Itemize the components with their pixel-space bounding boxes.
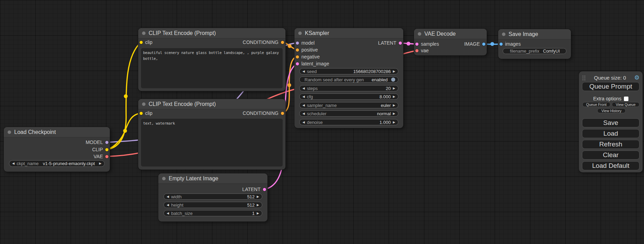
latent-output-dot[interactable]	[263, 188, 266, 191]
drag-handle-icon[interactable]	[582, 75, 586, 80]
clip-input-dot[interactable]	[140, 41, 143, 44]
increment-icon[interactable]	[393, 87, 395, 90]
increment-icon[interactable]	[99, 162, 102, 165]
load-button[interactable]: Load	[582, 129, 639, 138]
increment-icon[interactable]	[257, 195, 259, 198]
load-default-button[interactable]: Load Default	[582, 161, 639, 170]
collapse-dot-icon[interactable]	[298, 31, 302, 35]
slot-label: CLIP	[92, 147, 103, 152]
image-output-dot[interactable]	[482, 43, 485, 46]
input-slot-latent-image: latent_image	[296, 61, 329, 67]
scheduler-widget[interactable]: scheduler normal	[299, 110, 398, 117]
node-clip-positive-titlebar[interactable]: CLIP Text Encode (Prompt)	[138, 28, 285, 38]
vae-input-dot[interactable]	[415, 49, 418, 52]
queue-front-button[interactable]: Queue Front	[582, 102, 610, 107]
decrement-icon[interactable]	[167, 195, 169, 198]
node-load-checkpoint-titlebar[interactable]: Load Checkpoint	[4, 127, 110, 137]
increment-icon[interactable]	[257, 212, 259, 215]
denoise-widget[interactable]: denoise 1.000	[299, 119, 398, 125]
vae-output-dot[interactable]	[105, 155, 108, 158]
increment-icon[interactable]	[393, 112, 395, 115]
queue-prompt-button[interactable]: Queue Prompt	[582, 82, 639, 91]
extra-options-checkbox[interactable]	[624, 97, 628, 101]
increment-icon[interactable]	[257, 204, 259, 207]
output-slot-latent: LATENT	[378, 40, 402, 46]
collapse-dot-icon[interactable]	[142, 31, 145, 35]
latent-image-input-dot[interactable]	[296, 62, 299, 65]
input-slot-vae: vae	[415, 47, 429, 54]
view-queue-button[interactable]: View Queue	[612, 102, 639, 107]
widget-label: sampler_name	[307, 103, 337, 108]
collapse-dot-icon[interactable]	[502, 33, 505, 36]
link-dot	[407, 42, 411, 46]
height-widget[interactable]: height 512	[164, 202, 262, 208]
input-slot-negative: negative	[296, 54, 320, 60]
clip-output-dot[interactable]	[105, 148, 108, 151]
node-ksampler-titlebar[interactable]: KSampler	[294, 28, 403, 38]
queue-panel: Queue size: 0 Queue Prompt Extra options…	[579, 71, 643, 172]
node-title: CLIP Text Encode (Prompt)	[149, 30, 216, 36]
decrement-icon[interactable]	[167, 212, 169, 215]
seed-widget[interactable]: seed 156680208700286	[299, 68, 398, 74]
decrement-icon[interactable]	[302, 95, 305, 98]
collapse-dot-icon[interactable]	[8, 130, 11, 134]
decrement-icon[interactable]	[12, 162, 15, 165]
node-clip-negative-titlebar[interactable]: CLIP Text Encode (Prompt)	[138, 99, 285, 109]
increment-icon[interactable]	[393, 70, 395, 73]
link-dot	[491, 42, 494, 46]
ckpt-name-widget[interactable]: ckpt_name v1-5-pruned-emaonly.ckpt	[9, 160, 105, 167]
save-button[interactable]: Save	[582, 118, 639, 127]
slot-label: negative	[301, 54, 320, 60]
decrement-icon[interactable]	[302, 121, 305, 124]
gear-icon[interactable]	[634, 75, 639, 81]
widget-label: filename_prefix	[506, 49, 539, 54]
cfg-widget[interactable]: cfg 8.000	[299, 93, 398, 100]
queue-size-label: Queue size: 0	[586, 75, 634, 81]
decrement-icon[interactable]	[302, 104, 305, 107]
conditioning-output-dot[interactable]	[281, 41, 284, 44]
latent-output-dot[interactable]	[399, 42, 402, 45]
output-slot-conditioning: CONDITIONING	[243, 39, 284, 45]
node-save-image-titlebar[interactable]: Save Image	[498, 29, 571, 39]
decrement-icon[interactable]	[167, 204, 169, 207]
batch-size-widget[interactable]: batch_size 1	[164, 210, 262, 216]
negative-prompt-textarea[interactable]: text, watermark	[141, 119, 283, 166]
random-seed-toggle[interactable]	[391, 78, 395, 82]
collapse-dot-icon[interactable]	[162, 177, 166, 180]
widget-label: cfg	[307, 94, 313, 99]
link-dot	[288, 44, 292, 48]
width-widget[interactable]: width 512	[164, 193, 262, 200]
random-seed-widget[interactable]: Random seed after every gen enabled	[299, 76, 398, 83]
node-empty-latent-titlebar[interactable]: Empty Latent Image	[158, 173, 267, 184]
decrement-icon[interactable]	[302, 112, 305, 115]
model-input-dot[interactable]	[296, 42, 299, 45]
node-title: Load Checkpoint	[14, 129, 56, 135]
decrement-icon[interactable]	[302, 70, 305, 73]
widget-value: 8.000	[380, 94, 391, 99]
refresh-button[interactable]: Refresh	[582, 140, 639, 149]
samples-input-dot[interactable]	[415, 43, 418, 46]
node-ksampler: KSampler model LATENT positive negative …	[294, 28, 403, 128]
conditioning-output-dot[interactable]	[281, 112, 284, 115]
node-vae-decode-titlebar[interactable]: VAE Decode	[414, 29, 487, 39]
increment-icon[interactable]	[393, 95, 395, 98]
clip-input-dot[interactable]	[140, 112, 143, 115]
view-history-button[interactable]: View History	[597, 108, 626, 113]
negative-input-dot[interactable]	[296, 55, 299, 58]
clear-button[interactable]: Clear	[582, 151, 639, 160]
collapse-dot-icon[interactable]	[418, 32, 421, 36]
positive-prompt-textarea[interactable]: beautiful scenery nature glass bottle la…	[141, 48, 283, 88]
steps-widget[interactable]: steps 20	[299, 85, 398, 91]
slot-label: CONDITIONING	[243, 39, 279, 45]
increment-icon[interactable]	[393, 121, 395, 124]
images-input-dot[interactable]	[500, 43, 503, 46]
increment-icon[interactable]	[393, 104, 395, 107]
filename-prefix-widget[interactable]: filename_prefix ComfyUI	[503, 48, 566, 54]
model-output-dot[interactable]	[105, 141, 108, 144]
decrement-icon[interactable]	[302, 87, 305, 90]
sampler-name-widget[interactable]: sampler_name euler	[299, 102, 398, 108]
output-slot-vae: VAE	[94, 153, 108, 160]
node-clip-text-encode-negative: CLIP Text Encode (Prompt) clip CONDITION…	[138, 99, 285, 170]
collapse-dot-icon[interactable]	[142, 102, 145, 106]
positive-input-dot[interactable]	[296, 48, 299, 52]
